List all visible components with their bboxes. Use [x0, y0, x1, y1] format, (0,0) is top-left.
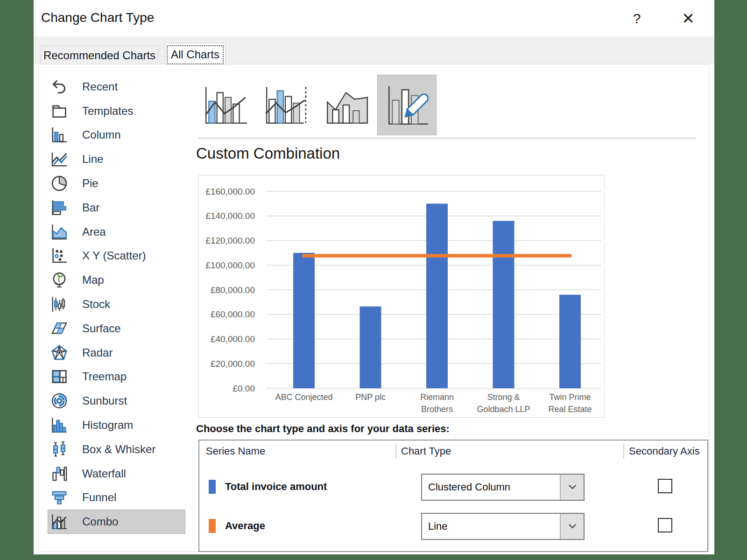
- svg-text:£140,000.00: £140,000.00: [205, 211, 255, 221]
- sidebar-item-label: X Y (Scatter): [82, 249, 146, 262]
- sidebar-item-sunburst[interactable]: Sunburst: [48, 389, 185, 413]
- box-whisker-icon: [50, 440, 68, 459]
- stock-icon: [50, 295, 68, 314]
- chevron-down-icon: [568, 483, 577, 491]
- combo-icon: [50, 512, 68, 531]
- dropdown-button[interactable]: [560, 514, 584, 539]
- sidebar-item-label: Treemap: [82, 370, 127, 383]
- series-name-label: Total invoice amount: [225, 479, 327, 494]
- sidebar-item-area[interactable]: Area: [48, 220, 185, 244]
- svg-text:£20,000.00: £20,000.00: [211, 359, 255, 369]
- templates-icon: [50, 102, 68, 120]
- svg-text:Brothers: Brothers: [421, 405, 453, 414]
- recent-icon: [50, 77, 68, 96]
- variant-secondary-axis-icon: [262, 83, 310, 127]
- header-divider: [623, 443, 624, 458]
- help-button[interactable]: ?: [623, 8, 651, 29]
- sidebar-item-histogram[interactable]: Histogram: [48, 413, 185, 437]
- sidebar-item-label: Waterfall: [82, 467, 126, 480]
- map-icon: [50, 271, 68, 289]
- sidebar-item-bar[interactable]: Bar: [48, 196, 185, 220]
- custom-combination-heading: Custom Combination: [196, 145, 340, 162]
- secondary-axis-header: Secondary Axis: [629, 445, 700, 457]
- sidebar-item-pie[interactable]: Pie: [48, 171, 185, 196]
- sidebar-item-recent[interactable]: Recent: [48, 75, 185, 99]
- chart-type-header: Chart Type: [401, 445, 451, 457]
- sidebar-item-label: Recent: [82, 80, 118, 93]
- variant-separator: [198, 138, 696, 139]
- sidebar-item-label: Line: [82, 153, 103, 166]
- variant-stacked-area-icon: [323, 83, 370, 127]
- sidebar-item-column[interactable]: Column: [48, 123, 185, 147]
- sidebar-item-label: Stock: [82, 298, 110, 311]
- sidebar-item-waterfall[interactable]: Waterfall: [48, 462, 185, 486]
- sidebar-item-label: Area: [82, 225, 106, 238]
- chart-type-sidebar: RecentTemplatesColumnLinePieBarAreaX Y (…: [48, 75, 202, 534]
- sidebar-item-templates[interactable]: Templates: [48, 99, 185, 123]
- sidebar-item-label: Templates: [82, 105, 133, 118]
- series-name-label: Average: [225, 518, 265, 533]
- tab-recommended-charts[interactable]: Recommended Charts: [41, 46, 158, 64]
- sidebar-item-treemap[interactable]: Treemap: [48, 365, 185, 389]
- dropdown-value: Clustered Column: [428, 475, 510, 500]
- series-table: Series Name Chart Type Secondary Axis To…: [198, 440, 708, 552]
- svg-text:Strong &: Strong &: [487, 392, 520, 402]
- sidebar-item-xy-scatter[interactable]: X Y (Scatter): [48, 244, 185, 268]
- sunburst-icon: [50, 392, 68, 410]
- combo-variant-tiles: [195, 75, 438, 135]
- scatter-icon: [50, 246, 68, 265]
- area-icon: [50, 223, 68, 241]
- change-chart-type-dialog: Change Chart Type ? ✕ Recommended Charts…: [34, 0, 714, 554]
- pie-icon: [50, 174, 68, 193]
- bar-icon: [50, 198, 68, 217]
- chevron-down-icon: [568, 522, 577, 531]
- sidebar-item-combo[interactable]: Combo: [48, 510, 185, 534]
- funnel-icon: [50, 488, 68, 507]
- combo-chart-svg: £0.00£20,000.00£40,000.00£60,000.00£80,0…: [199, 175, 604, 417]
- sidebar-item-label: Surface: [82, 322, 121, 335]
- sidebar-item-label: Combo: [82, 515, 118, 528]
- sidebar-item-surface[interactable]: Surface: [48, 316, 185, 341]
- tab-label: All Charts: [171, 48, 219, 61]
- secondary-axis-checkbox[interactable]: [658, 518, 672, 532]
- sidebar-item-label: Box & Whisker: [82, 443, 155, 456]
- sidebar-item-map[interactable]: Map: [48, 268, 185, 292]
- svg-text:£120,000.00: £120,000.00: [205, 236, 255, 245]
- svg-text:Goldbach LLP: Goldbach LLP: [477, 405, 530, 414]
- combo-variant-2[interactable]: [256, 75, 315, 135]
- sidebar-item-line[interactable]: Line: [48, 147, 185, 171]
- sidebar-item-label: Radar: [82, 346, 113, 359]
- secondary-axis-checkbox[interactable]: [658, 479, 672, 493]
- combo-variant-1[interactable]: [195, 75, 254, 135]
- sidebar-item-funnel[interactable]: Funnel: [48, 486, 185, 510]
- chart-type-dropdown[interactable]: Line: [421, 513, 585, 540]
- sidebar-item-stock[interactable]: Stock: [48, 292, 185, 316]
- sidebar-item-radar[interactable]: Radar: [48, 341, 185, 365]
- line-icon: [50, 150, 68, 168]
- svg-text:£40,000.00: £40,000.00: [211, 334, 255, 344]
- svg-text:£100,000.00: £100,000.00: [205, 260, 255, 270]
- series-row: Total invoice amountClustered Column: [199, 471, 707, 511]
- sidebar-item-box-whisker[interactable]: Box & Whisker: [48, 437, 185, 462]
- treemap-icon: [50, 367, 68, 386]
- dropdown-value: Line: [428, 514, 448, 539]
- surface-icon: [50, 319, 68, 338]
- sidebar-item-label: Histogram: [82, 419, 133, 432]
- tab-all-charts[interactable]: All Charts: [165, 43, 226, 65]
- sidebar-item-label: Sunburst: [82, 394, 127, 407]
- close-button[interactable]: ✕: [674, 8, 702, 29]
- dropdown-button[interactable]: [560, 475, 584, 500]
- sidebar-item-label: Column: [82, 128, 121, 141]
- series-color-swatch: [209, 519, 216, 533]
- svg-text:£0.00: £0.00: [233, 384, 255, 393]
- combo-variant-4[interactable]: [377, 75, 437, 135]
- svg-text:Twin Prime: Twin Prime: [549, 392, 591, 402]
- combo-variant-3[interactable]: [317, 75, 376, 135]
- svg-text:£60,000.00: £60,000.00: [211, 309, 255, 319]
- dialog-titlebar: Change Chart Type ? ✕: [34, 0, 714, 36]
- tab-label: Recommended Charts: [43, 49, 155, 62]
- chart-type-dropdown[interactable]: Clustered Column: [421, 474, 585, 501]
- svg-text:Riemann: Riemann: [420, 392, 454, 402]
- help-icon: ?: [633, 11, 641, 26]
- chart-preview: £0.00£20,000.00£40,000.00£60,000.00£80,0…: [198, 175, 605, 418]
